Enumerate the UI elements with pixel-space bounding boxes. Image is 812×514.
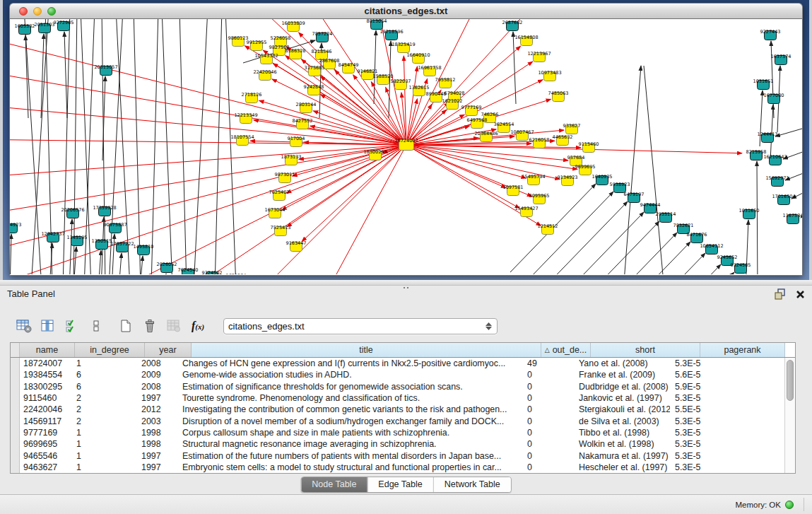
import-table-button-disabled[interactable] <box>164 317 184 335</box>
column-header-year[interactable]: year <box>145 343 192 357</box>
cell-short[interactable]: Jankovic et al. (1997) <box>570 393 670 403</box>
close-window-button[interactable] <box>19 7 28 16</box>
cell-pagerank[interactable]: 5.3E-5 <box>670 428 750 438</box>
panel-splitter[interactable] <box>0 280 812 286</box>
table-row[interactable]: 969969511998Structural magnetic resonanc… <box>11 438 795 450</box>
cell-name[interactable]: 9463627 <box>20 462 71 472</box>
column-header-out_de[interactable]: △out_de... <box>541 343 591 357</box>
cell-pagerank[interactable]: 5.3E-5 <box>670 393 750 403</box>
column-header-short[interactable]: short <box>591 343 700 357</box>
cell-pagerank[interactable]: 5.3E-5 <box>670 451 750 461</box>
table-row[interactable]: 1872400712008Changes of HCN gene express… <box>11 358 795 369</box>
cell-title[interactable]: Structural magnetic resonance image aver… <box>178 439 524 449</box>
cell-short[interactable]: de Silva et al. (2003) <box>570 416 670 426</box>
show-rows-button[interactable] <box>86 317 106 335</box>
cell-out_de[interactable]: 0 <box>524 370 570 380</box>
cell-name[interactable]: 19384554 <box>20 370 71 380</box>
cell-in_degree[interactable]: 1 <box>71 358 136 368</box>
cell-title[interactable]: Investigating the contribution of common… <box>178 404 524 414</box>
cell-pagerank[interactable]: 5.5E-5 <box>670 404 750 414</box>
table-selector[interactable]: citations_edges.txt <box>223 318 498 334</box>
zoom-window-button[interactable] <box>47 7 56 16</box>
cell-out_de[interactable]: 0 <box>524 451 570 461</box>
cell-name[interactable]: 14569117 <box>20 416 71 426</box>
cell-out_de[interactable]: 0 <box>524 462 570 472</box>
cell-short[interactable]: Stergiakouli et al. (2012) <box>570 404 670 414</box>
new-table-button[interactable] <box>116 317 136 335</box>
cell-name[interactable]: 18724007 <box>20 358 71 368</box>
cell-short[interactable]: Hescheler et al. (1997) <box>570 462 670 472</box>
network-graph[interactable]: 1872400716033809183254191664091016961758… <box>10 19 802 274</box>
cell-title[interactable]: Disruption of a novel member of a sodium… <box>178 416 524 426</box>
cell-in_degree[interactable]: 1 <box>71 428 136 438</box>
cell-title[interactable]: Embryonic stem cells: a model to study s… <box>178 462 524 472</box>
cell-year[interactable]: 2008 <box>136 358 178 368</box>
select-all-rows-button[interactable] <box>62 317 82 335</box>
network-canvas[interactable]: 1872400716033809183254191664091016961758… <box>9 19 803 276</box>
table-row[interactable]: 1456911722003Disruption of a novel membe… <box>11 415 795 426</box>
cell-pagerank[interactable]: 5.9E-5 <box>670 382 750 392</box>
cell-short[interactable]: Nakamura et al. (1997) <box>570 451 670 461</box>
cell-title[interactable]: Genome-wide association studies in ADHD. <box>178 370 524 380</box>
cell-out_de[interactable]: 0 <box>524 393 570 403</box>
tab-edge-table[interactable]: Edge Table <box>367 477 433 492</box>
cell-name[interactable]: 9699695 <box>20 439 71 449</box>
column-header-in_degree[interactable]: in_degree <box>75 343 145 357</box>
cell-pagerank[interactable]: 5.3E-5 <box>670 416 750 426</box>
cell-title[interactable]: Tourette syndrome. Phenomenology and cla… <box>178 393 524 403</box>
cell-year[interactable]: 1997 <box>136 462 178 472</box>
cell-out_de[interactable]: 0 <box>524 439 570 449</box>
table-row[interactable]: 946554611997Estimation of the future num… <box>11 450 795 461</box>
cell-year[interactable]: 1997 <box>136 451 178 461</box>
cell-name[interactable]: 9465546 <box>20 451 71 461</box>
table-row[interactable]: 1938455462009Genome-wide association stu… <box>11 369 795 380</box>
cell-in_degree[interactable]: 1 <box>71 462 136 472</box>
minimize-window-button[interactable] <box>33 7 42 16</box>
cell-pagerank[interactable]: 5.3E-5 <box>670 439 750 449</box>
cell-in_degree[interactable]: 1 <box>71 439 136 449</box>
table-row[interactable]: 946362711997Embryonic stem cells: a mode… <box>11 462 795 473</box>
cell-short[interactable]: Dudbridge et al. (2008) <box>570 382 670 392</box>
cell-out_de[interactable]: 0 <box>524 416 570 426</box>
cell-year[interactable]: 2012 <box>136 404 178 414</box>
cell-name[interactable]: 22420046 <box>20 404 71 414</box>
cell-year[interactable]: 2003 <box>136 416 178 426</box>
cell-year[interactable]: 1998 <box>136 428 178 438</box>
cell-out_de[interactable]: 0 <box>524 428 570 438</box>
table-row[interactable]: 977716911998Corpus callosum shape and si… <box>11 427 795 438</box>
cell-pagerank[interactable]: 5.3E-5 <box>670 462 750 472</box>
column-header-title[interactable]: title <box>192 343 541 357</box>
cell-name[interactable]: 9777169 <box>20 428 71 438</box>
cell-year[interactable]: 2008 <box>136 382 178 392</box>
tab-node-table[interactable]: Node Table <box>301 477 367 492</box>
cell-pagerank[interactable]: 5.3E-5 <box>670 358 750 368</box>
cell-in_degree[interactable]: 6 <box>71 370 136 380</box>
float-panel-button[interactable] <box>774 288 786 300</box>
cell-title[interactable]: Estimation of significance thresholds fo… <box>178 382 524 392</box>
cell-title[interactable]: Changes of HCN gene expression and I(f) … <box>178 358 524 368</box>
column-header-name[interactable]: name <box>20 343 75 357</box>
select-columns-button[interactable] <box>38 317 58 335</box>
cell-short[interactable]: Yano et al. (2008) <box>570 358 670 368</box>
function-builder-button[interactable]: f(x) <box>188 317 208 335</box>
table-row[interactable]: 2242004622012Investigating the contribut… <box>11 404 795 415</box>
cell-title[interactable]: Corpus callosum shape and size in male p… <box>178 428 524 438</box>
network-window-titlebar[interactable]: citations_edges.txt <box>9 3 803 19</box>
cell-in_degree[interactable]: 2 <box>71 416 136 426</box>
cell-out_de[interactable]: 0 <box>524 382 570 392</box>
cell-title[interactable]: Estimation of the future numbers of pati… <box>178 451 524 461</box>
vertical-scrollbar[interactable] <box>784 358 795 473</box>
cell-out_de[interactable]: 0 <box>524 404 570 414</box>
table-row[interactable]: 1830029562008Estimation of significance … <box>11 381 795 392</box>
close-panel-button[interactable] <box>796 290 805 299</box>
cell-name[interactable]: 9115460 <box>20 393 71 403</box>
cell-in_degree[interactable]: 6 <box>71 382 136 392</box>
cell-year[interactable]: 2009 <box>136 370 178 380</box>
cell-year[interactable]: 1997 <box>136 393 178 403</box>
cell-out_de[interactable]: 49 <box>524 358 570 368</box>
cell-short[interactable]: Tibbo et al. (1998) <box>570 428 670 438</box>
delete-table-button[interactable] <box>140 317 160 335</box>
scrollbar-thumb[interactable] <box>787 360 794 401</box>
cell-name[interactable]: 18300295 <box>20 382 71 392</box>
tab-network-table[interactable]: Network Table <box>433 477 511 492</box>
